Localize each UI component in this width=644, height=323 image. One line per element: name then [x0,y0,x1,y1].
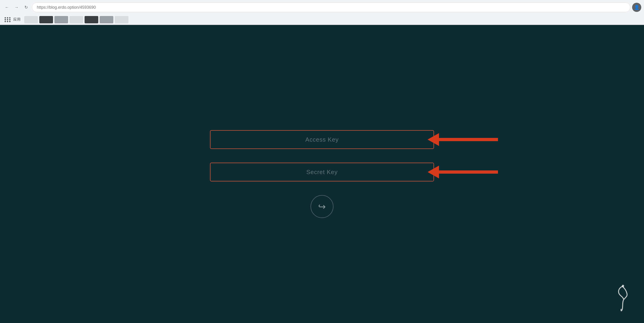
arrow-head-2 [428,166,439,178]
bookmark-thumb-1[interactable] [24,16,38,23]
address-bar[interactable]: https://blog.erdo.option/4593690 [32,3,630,12]
bookmark-thumb-7[interactable] [115,16,128,23]
access-key-row [210,130,434,149]
refresh-button[interactable]: ↻ [22,3,30,12]
bookmark-thumb-2[interactable] [39,16,53,23]
arrow-line-2 [438,170,498,174]
bookmark-thumb-6[interactable] [100,16,113,23]
arrow-head-1 [428,133,439,146]
bookmark-thumb-5[interactable] [84,16,98,23]
secret-key-arrow [428,166,498,178]
access-key-arrow [428,133,498,146]
profile-icon[interactable]: 👤 [632,3,641,12]
nav-buttons: ← → ↻ [3,3,30,12]
apps-label: 应用 [13,17,20,22]
status-bar [0,316,644,323]
secret-key-row [210,163,434,181]
secret-key-input[interactable] [210,163,434,181]
svg-point-0 [622,285,624,287]
bookmark-thumbnails [24,16,128,23]
bookmark-thumb-3[interactable] [54,16,68,23]
arrow-line-1 [438,138,498,141]
bookmark-thumb-4[interactable] [70,16,83,23]
app-area: ↪ [0,25,644,323]
apps-grid-icon [4,17,11,22]
login-icon: ↪ [318,201,326,212]
access-key-input[interactable] [210,130,434,149]
browser-toolbar: ← → ↻ https://blog.erdo.option/4593690 👤 [0,0,644,15]
browser-chrome: ← → ↻ https://blog.erdo.option/4593690 👤… [0,0,644,25]
forward-button[interactable]: → [12,3,20,12]
back-button[interactable]: ← [3,3,11,12]
brand-logo-svg [614,284,630,311]
logo-bottom-right [614,284,630,314]
login-button[interactable]: ↪ [310,195,334,218]
login-form: ↪ [210,130,434,218]
bookmarks-bar: 应用 [0,15,644,25]
apps-button[interactable]: 应用 [3,16,22,23]
